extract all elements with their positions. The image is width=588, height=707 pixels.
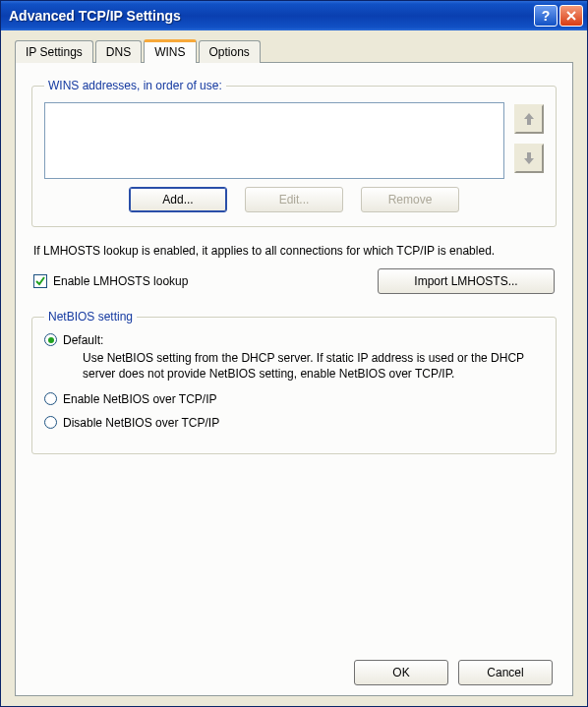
netbios-default-desc: Use NetBIOS setting from the DHCP server…	[83, 350, 544, 382]
arrow-down-icon	[523, 151, 535, 165]
netbios-default-label: Default:	[63, 333, 544, 347]
wins-address-listbox[interactable]	[44, 102, 504, 179]
radio-icon	[44, 392, 57, 405]
netbios-legend: NetBIOS setting	[44, 310, 137, 324]
add-button[interactable]: Add...	[129, 187, 227, 212]
netbios-enable-label: Enable NetBIOS over TCP/IP	[63, 392, 217, 406]
edit-button: Edit...	[245, 187, 343, 212]
tab-options[interactable]: Options	[199, 40, 261, 63]
close-button[interactable]	[559, 5, 583, 27]
window-title: Advanced TCP/IP Settings	[9, 8, 532, 24]
tab-dns[interactable]: DNS	[95, 40, 142, 63]
wins-addresses-legend: WINS addresses, in order of use:	[44, 79, 226, 92]
help-button[interactable]: ?	[534, 5, 558, 27]
tab-panel-wins: WINS addresses, in order of use:	[15, 62, 573, 696]
arrow-up-icon	[523, 112, 535, 126]
dialog-window: Advanced TCP/IP Settings ? IP Settings D…	[0, 0, 588, 707]
lmhosts-info-text: If LMHOSTS lookup is enabled, it applies…	[33, 243, 555, 259]
ok-button[interactable]: OK	[354, 660, 448, 685]
enable-lmhosts-checkbox[interactable]: Enable LMHOSTS lookup	[33, 274, 188, 288]
wins-addresses-group: WINS addresses, in order of use:	[31, 79, 557, 227]
tab-strip: IP Settings DNS WINS Options	[15, 38, 573, 62]
client-area: IP Settings DNS WINS Options WINS addres…	[1, 30, 587, 706]
move-down-button[interactable]	[514, 144, 544, 173]
remove-button: Remove	[361, 187, 459, 212]
move-up-button[interactable]	[514, 104, 544, 134]
netbios-disable-label: Disable NetBIOS over TCP/IP	[63, 416, 219, 430]
close-icon	[566, 11, 576, 21]
netbios-group: NetBIOS setting Default: Use NetBIOS set…	[31, 310, 557, 453]
tab-ip-settings[interactable]: IP Settings	[15, 40, 93, 63]
cancel-button[interactable]: Cancel	[458, 660, 553, 685]
import-lmhosts-button[interactable]: Import LMHOSTS...	[378, 268, 555, 294]
netbios-default-radio[interactable]: Default: Use NetBIOS setting from the DH…	[44, 333, 544, 382]
netbios-disable-radio[interactable]: Disable NetBIOS over TCP/IP	[44, 416, 544, 430]
titlebar[interactable]: Advanced TCP/IP Settings ?	[1, 1, 587, 30]
dialog-footer: OK Cancel	[31, 650, 557, 685]
tab-wins[interactable]: WINS	[144, 39, 196, 63]
radio-icon	[44, 333, 57, 346]
help-icon: ?	[542, 8, 551, 24]
checkbox-icon	[33, 274, 47, 288]
netbios-enable-radio[interactable]: Enable NetBIOS over TCP/IP	[44, 392, 544, 406]
radio-icon	[44, 416, 57, 429]
enable-lmhosts-label: Enable LMHOSTS lookup	[53, 274, 188, 288]
